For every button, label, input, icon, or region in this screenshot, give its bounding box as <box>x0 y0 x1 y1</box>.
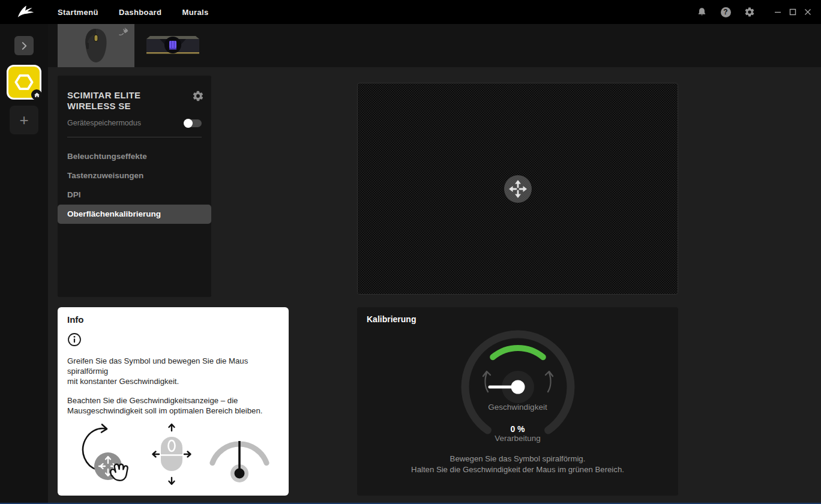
nav-murals[interactable]: Murals <box>182 8 208 17</box>
settings-icon[interactable] <box>738 7 762 17</box>
device-memory-mode-toggle[interactable] <box>184 119 202 127</box>
menu-item-key-assignments[interactable]: Tastenzuweisungen <box>58 166 211 185</box>
notifications-icon[interactable] <box>690 7 714 17</box>
main-nav: Startmenü Dashboard Murals <box>58 8 209 17</box>
corsair-logo-icon <box>17 5 35 19</box>
titlebar: Startmenü Dashboard Murals ? <box>0 0 821 24</box>
device-tab-mouse[interactable] <box>58 24 134 67</box>
menu-item-surface-calibration[interactable]: Oberflächenkalibrierung <box>58 205 211 224</box>
hexagon-icon <box>14 72 34 92</box>
gear-icon <box>192 90 204 102</box>
calibration-title: Kalibrierung <box>367 314 416 324</box>
move-handle[interactable] <box>504 175 532 203</box>
calibration-instructions: Bewegen Sie das Symbol spiralförmig. Hal… <box>357 454 678 475</box>
gauge-label: Geschwindigkeit <box>357 403 678 412</box>
titlebar-right: ? <box>690 0 821 24</box>
home-badge-icon <box>31 89 42 100</box>
device-header: SCIMITAR ELITE WIRELESS SE <box>58 76 211 112</box>
nav-startmenu[interactable]: Startmenü <box>58 8 98 17</box>
sidebar: + <box>0 24 48 504</box>
add-device-button[interactable]: + <box>10 106 38 134</box>
progress-value: 0 % <box>357 424 678 434</box>
device-panel: SCIMITAR ELITE WIRELESS SE Gerätespeiche… <box>58 76 211 297</box>
icue-window: Startmenü Dashboard Murals ? <box>0 0 821 504</box>
device-tabstrip <box>48 24 821 67</box>
wired-connection-icon <box>118 27 130 39</box>
device-memory-mode-label: Gerätespeichermodus <box>67 119 141 127</box>
info-icon <box>67 332 82 347</box>
mouse-image <box>80 27 112 64</box>
calibration-panel: Kalibrierung Geschwindigkeit 0 % Verarbe… <box>357 307 678 496</box>
window-controls <box>770 0 815 24</box>
move-arrows-icon <box>504 175 532 203</box>
info-illustrations <box>67 421 279 488</box>
progress-label: Verarbeitung <box>357 434 678 443</box>
info-panel: Info Greifen Sie das Symbol und bewegen … <box>58 307 289 496</box>
memory-module-image <box>142 28 204 63</box>
info-paragraph-2: Beachten Sie die Geschwindigkeitsanzeige… <box>67 395 279 416</box>
minimize-button[interactable] <box>770 0 785 24</box>
instruction-line-1: Bewegen Sie das Symbol spiralförmig. <box>357 454 678 464</box>
close-button[interactable] <box>800 0 815 24</box>
nav-dashboard[interactable]: Dashboard <box>119 8 162 17</box>
device-settings-button[interactable] <box>192 90 204 104</box>
device-profile-icon[interactable] <box>7 65 41 100</box>
device-tab-memory[interactable] <box>134 24 211 67</box>
toggle-knob <box>184 119 193 128</box>
device-title: SCIMITAR ELITE WIRELESS SE <box>67 90 202 112</box>
help-glyph: ? <box>721 7 731 17</box>
menu-item-dpi[interactable]: DPI <box>58 185 211 205</box>
instruction-line-2: Halten Sie die Geschwindigkeit der Maus … <box>357 464 678 475</box>
mouse-directions-icon <box>149 421 194 488</box>
info-title: Info <box>67 314 279 325</box>
device-menu: Beleuchtungseffekte Tastenzuweisungen DP… <box>58 147 211 224</box>
chevron-right-icon <box>22 42 27 50</box>
speed-gauge-icon <box>205 425 274 488</box>
calibration-surface[interactable] <box>357 83 678 295</box>
device-memory-mode-row: Gerätespeichermodus <box>58 119 211 127</box>
maximize-button[interactable] <box>785 0 800 24</box>
menu-item-lighting-effects[interactable]: Beleuchtungseffekte <box>58 147 211 166</box>
spiral-grab-icon <box>72 421 138 488</box>
help-icon[interactable]: ? <box>714 7 738 17</box>
info-paragraph-1: Greifen Sie das Symbol und bewegen Sie d… <box>67 356 279 386</box>
sidebar-expand-button[interactable] <box>14 36 34 55</box>
divider <box>67 137 202 137</box>
